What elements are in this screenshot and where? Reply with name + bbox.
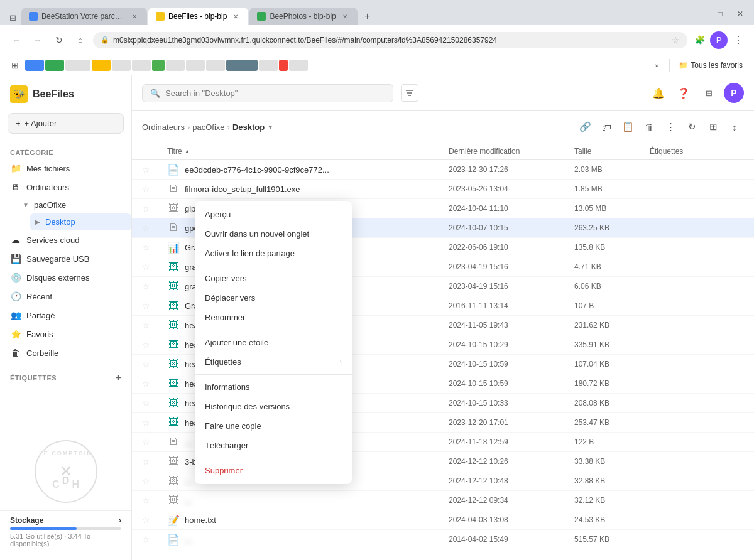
- menu-item-informations[interactable]: Informations: [195, 377, 352, 397]
- sidebar-item-services-cloud[interactable]: ☁ Services cloud: [0, 230, 131, 249]
- star-toggle[interactable]: ☆: [142, 437, 167, 447]
- refresh-files-button[interactable]: ↻: [682, 117, 701, 136]
- filter-button[interactable]: [401, 84, 418, 102]
- add-button[interactable]: + + Ajouter: [8, 113, 124, 134]
- bookmark-5[interactable]: [112, 60, 131, 71]
- address-bar[interactable]: 🔒 m0slxpplqdxeeu1the3gmd03oviwmnx.fr1.qu…: [93, 32, 687, 48]
- bookmark-3[interactable]: [65, 60, 90, 71]
- star-toggle[interactable]: ☆: [142, 281, 167, 291]
- star-toggle[interactable]: ☆: [142, 495, 167, 505]
- tab-1[interactable]: BeeStation Votre parcours per... ✕: [21, 8, 147, 25]
- star-toggle[interactable]: ☆: [142, 301, 167, 311]
- sidebar-item-partage[interactable]: 👥 Partagé: [0, 306, 131, 325]
- forward-button[interactable]: →: [29, 31, 46, 49]
- bookmark-14[interactable]: [289, 60, 308, 71]
- bookmark-1[interactable]: [25, 60, 44, 71]
- delete-button[interactable]: 🗑: [640, 117, 658, 136]
- menu-item-ouvrir-nouvel-onglet[interactable]: Ouvrir dans un nouvel onglet: [195, 224, 352, 244]
- tab-3[interactable]: BeePhotos - bip-bip ✕: [249, 8, 357, 25]
- bookmarks-overflow-button[interactable]: »: [649, 58, 664, 73]
- more-button[interactable]: ⋮: [661, 117, 680, 136]
- extensions-button[interactable]: 🧩: [691, 31, 709, 49]
- home-button[interactable]: ⌂: [72, 31, 89, 49]
- sidebar-item-pacofixe[interactable]: ▼ pacOfixe: [18, 197, 131, 213]
- star-toggle[interactable]: ☆: [142, 417, 167, 428]
- sidebar-item-favoris[interactable]: ⭐ Favoris: [0, 325, 131, 343]
- star-toggle[interactable]: ☆: [142, 359, 167, 369]
- all-favorites-button[interactable]: 📁 Tous les favoris: [675, 60, 746, 71]
- apps-grid-icon[interactable]: ⊞: [8, 58, 23, 73]
- star-toggle[interactable]: ☆: [142, 262, 167, 272]
- star-toggle[interactable]: ☆: [142, 320, 167, 330]
- tab-1-close[interactable]: ✕: [129, 11, 139, 21]
- sidebar-item-sauvegarde-usb[interactable]: 💾 Sauvegarde USB: [0, 249, 131, 268]
- date-col-header[interactable]: Dernière modification: [449, 147, 574, 156]
- close-button[interactable]: ✕: [731, 5, 749, 23]
- breadcrumb-pacofixe[interactable]: pacOfixe: [192, 122, 224, 132]
- star-toggle[interactable]: ☆: [142, 203, 167, 213]
- back-button[interactable]: ←: [8, 31, 25, 49]
- search-box[interactable]: 🔍: [142, 84, 393, 102]
- tab-2-close[interactable]: ✕: [231, 11, 241, 21]
- bookmark-8[interactable]: [166, 60, 185, 71]
- tab-2[interactable]: BeeFiles - bip-bip ✕: [148, 8, 248, 25]
- bookmark-7[interactable]: [152, 60, 165, 71]
- table-row[interactable]: ☆ 📄 ... 2014-04-02 15:49 515.57 KB: [132, 530, 754, 549]
- bookmark-9[interactable]: [186, 60, 205, 71]
- star-toggle[interactable]: ☆: [142, 164, 167, 175]
- bookmark-10[interactable]: [206, 60, 225, 71]
- menu-item-deplacer-vers[interactable]: Déplacer vers: [195, 288, 352, 308]
- star-toggle[interactable]: ☆: [142, 456, 167, 466]
- menu-item-copier-vers[interactable]: Copier vers: [195, 269, 352, 288]
- table-row[interactable]: ☆ 🖹 filmora-idco_setup_full1901.exe 2023…: [132, 180, 754, 199]
- bookmark-6[interactable]: [132, 60, 151, 71]
- star-toggle[interactable]: ☆: [142, 223, 167, 233]
- menu-item-activer-lien[interactable]: Activer le lien de partage: [195, 244, 352, 263]
- sidebar-item-corbeille[interactable]: 🗑 Corbeille: [0, 343, 131, 362]
- star-toggle[interactable]: ☆: [142, 515, 167, 525]
- sort-button[interactable]: ↕: [725, 117, 744, 136]
- breadcrumb-desktop[interactable]: Desktop ▼: [232, 122, 273, 132]
- tags-col-header[interactable]: Étiquettes: [650, 147, 744, 156]
- size-col-header[interactable]: Taille: [574, 147, 650, 156]
- profile-button[interactable]: P: [710, 31, 728, 49]
- new-tab-button[interactable]: +: [359, 8, 376, 25]
- bookmark-2[interactable]: [45, 60, 64, 71]
- table-row[interactable]: ☆ 📝 home.txt 2024-04-03 13:08 24.53 KB: [132, 510, 754, 530]
- tag-button[interactable]: 🏷: [597, 117, 616, 136]
- sidebar-item-disques-externes[interactable]: 💿 Disques externes: [0, 268, 131, 287]
- titre-col-header[interactable]: Titre ▲: [167, 147, 449, 156]
- copy-button[interactable]: 📋: [618, 117, 637, 136]
- sidebar-item-ordinateurs[interactable]: 🖥 Ordinateurs: [0, 178, 131, 197]
- help-button[interactable]: ❓: [674, 83, 694, 103]
- sidebar-item-desktop[interactable]: ▶ Desktop: [30, 213, 131, 230]
- apps-button[interactable]: ⊞: [699, 83, 719, 103]
- star-toggle[interactable]: ☆: [142, 242, 167, 252]
- tab-3-close[interactable]: ✕: [340, 11, 350, 21]
- star-toggle[interactable]: ☆: [142, 340, 167, 350]
- etiquettes-add-button[interactable]: +: [116, 372, 121, 384]
- bookmark-4[interactable]: [92, 60, 111, 71]
- menu-item-faire-copie[interactable]: Faire une copie: [195, 416, 352, 436]
- menu-item-telecharger[interactable]: Télécharger: [195, 436, 352, 455]
- menu-item-ajouter-etoile[interactable]: Ajouter une étoile: [195, 333, 352, 352]
- star-toggle[interactable]: ☆: [142, 476, 167, 486]
- storage-arrow[interactable]: ›: [119, 516, 121, 525]
- star-toggle[interactable]: ☆: [142, 534, 167, 544]
- search-input[interactable]: [165, 89, 385, 98]
- sidebar-item-recent[interactable]: 🕐 Récent: [0, 287, 131, 306]
- menu-item-renommer[interactable]: Renommer: [195, 308, 352, 327]
- grid-view-button[interactable]: ⊞: [704, 117, 723, 136]
- minimize-button[interactable]: —: [691, 5, 709, 23]
- bookmark-13[interactable]: [279, 60, 288, 71]
- notification-button[interactable]: 🔔: [648, 83, 669, 103]
- star-toggle[interactable]: ☆: [142, 184, 167, 194]
- breadcrumb-ordinateurs[interactable]: Ordinateurs: [142, 122, 185, 132]
- bookmark-11[interactable]: [226, 60, 258, 71]
- menu-button[interactable]: ⋮: [729, 31, 746, 49]
- refresh-button[interactable]: ↻: [50, 31, 68, 49]
- maximize-button[interactable]: □: [711, 5, 729, 23]
- table-row[interactable]: ☆ 🖼 ... 2024-12-12 09:34 32.12 KB: [132, 491, 754, 510]
- table-row[interactable]: ☆ 📄 ee3dcdeb-c776-4c1c-9900-9cf9ce772...…: [132, 160, 754, 180]
- menu-item-etiquettes[interactable]: Étiquettes ›: [195, 352, 352, 372]
